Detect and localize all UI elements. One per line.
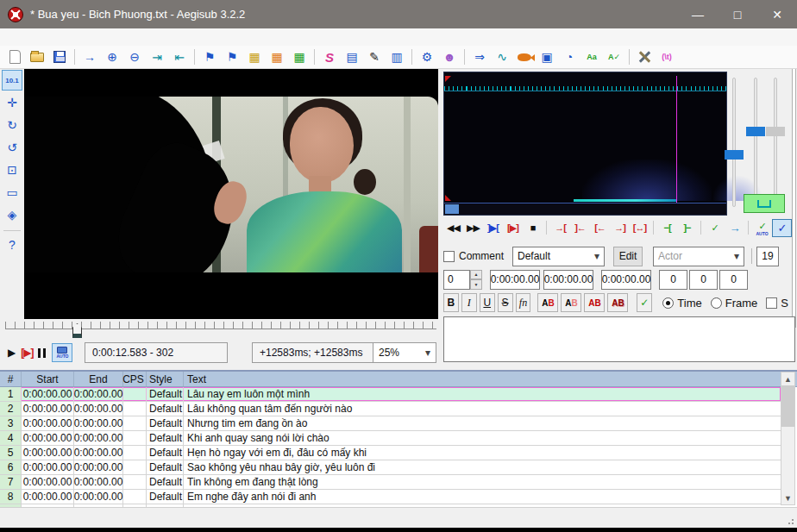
select-lines-icon[interactable]: ▣	[536, 47, 558, 67]
table-row[interactable]: 3 0:00:00.00 0:00:00.00 Default Nhưng ti…	[0, 416, 781, 431]
toolbar-separator[interactable]	[411, 49, 412, 65]
override-tag-icon[interactable]: (\t)	[656, 47, 678, 67]
audio-volume-slider[interactable]	[774, 78, 777, 207]
scroll-up-icon[interactable]: ▲	[781, 372, 794, 385]
resample-resolution-icon[interactable]: ∿	[491, 47, 513, 67]
margin-vertical-input[interactable]: 0	[719, 270, 748, 290]
time-radio[interactable]	[662, 297, 674, 309]
sub-end-to-video-icon[interactable]: ⇤	[168, 47, 191, 67]
menu-item[interactable]	[0, 36, 16, 38]
audio-button-separator[interactable]	[748, 221, 749, 235]
sub-start-to-video-icon[interactable]: ⇥	[146, 47, 168, 67]
audio-autoscroll-toggle[interactable]: ✓	[772, 219, 792, 237]
audio-button-separator[interactable]	[546, 221, 547, 235]
snap-end-to-video-icon[interactable]: ⚑	[221, 47, 243, 67]
table-row[interactable]: 2 0:00:00.00 0:00:00.00 Default Lâu khôn…	[0, 402, 781, 416]
menu-item[interactable]	[31, 36, 47, 38]
toolbar-separator[interactable]	[629, 49, 630, 65]
save-file-icon[interactable]	[48, 47, 71, 67]
audio-play-last-500ms-button[interactable]: →]	[610, 219, 630, 237]
toolbar-separator[interactable]	[464, 49, 465, 65]
toolbar-separator[interactable]	[194, 49, 195, 65]
audio-lead-in-button[interactable]: −[	[657, 219, 677, 237]
font-button[interactable]: fn	[516, 293, 531, 312]
video-tool-separator[interactable]	[3, 230, 21, 231]
audio-volume-thumb[interactable]	[766, 127, 785, 136]
layer-spinner[interactable]: ▲▼	[470, 270, 482, 290]
col-header-style[interactable]: Style	[147, 372, 184, 386]
kanji-timer-icon[interactable]	[513, 47, 536, 67]
menu-item[interactable]	[47, 36, 62, 38]
spin-up-icon[interactable]: ▲	[470, 270, 482, 280]
fonts-collector-icon[interactable]: ▥	[386, 47, 408, 67]
comment-checkbox[interactable]	[443, 251, 455, 262]
shadow-color-button[interactable]: AB	[607, 293, 628, 312]
video-play-button[interactable]: ▶	[5, 343, 18, 362]
audio-play-after-button[interactable]: ]←	[570, 219, 590, 237]
audio-scrollbar[interactable]	[444, 203, 726, 215]
show-original-checkbox[interactable]	[766, 297, 777, 309]
resize-grip[interactable]	[786, 516, 794, 525]
primary-color-button[interactable]: AB	[537, 293, 558, 312]
audio-button-separator[interactable]	[653, 221, 654, 235]
video-auto-seek-toggle[interactable]: AUTO	[52, 343, 72, 362]
properties-icon[interactable]: ▤	[341, 47, 363, 67]
styles-manager-icon[interactable]: S	[318, 47, 341, 67]
audio-stop-button[interactable]: ■	[523, 219, 543, 237]
audio-next-line-button[interactable]: ▶▶	[463, 219, 483, 237]
frame-radio[interactable]	[711, 297, 722, 309]
audio-spectrum-display[interactable]	[443, 72, 727, 216]
video-rotate-z-tool-icon[interactable]: ↻	[2, 115, 22, 135]
attachments-icon[interactable]: ✎	[363, 47, 386, 67]
commit-button[interactable]: ✓	[637, 293, 652, 312]
menu-item[interactable]	[93, 36, 109, 38]
video-rotate-xy-tool-icon[interactable]: ↺	[2, 137, 22, 158]
grid-scrollbar[interactable]: ▲ ▼	[781, 372, 795, 505]
toolbar-separator[interactable]	[314, 49, 315, 65]
timing-postprocessor-icon[interactable]: ◔	[558, 47, 580, 67]
table-row[interactable]: 4 0:00:00.00 0:00:00.00 Default Khi anh …	[0, 431, 781, 446]
snap-start-to-video-icon[interactable]: ⚑	[198, 47, 221, 67]
new-file-icon[interactable]	[3, 47, 26, 67]
margin-right-input[interactable]: 0	[689, 270, 718, 290]
table-row[interactable]: 1 0:00:00.00 0:00:00.00 Default Lâu nay …	[0, 387, 781, 402]
table-row[interactable]: 6 0:00:00.00 0:00:00.00 Default Sao khôn…	[0, 460, 781, 475]
audio-play-first-500ms-button[interactable]: [←	[590, 219, 610, 237]
audio-lead-out-button[interactable]: ]−	[677, 219, 697, 237]
table-row[interactable]: 8 0:00:00.00 0:00:00.00 Default Em nghe …	[0, 490, 781, 504]
audio-horizontal-zoom-slider[interactable]	[732, 78, 736, 207]
video-help-icon[interactable]: ?	[2, 235, 22, 255]
video-display[interactable]	[24, 69, 438, 319]
video-zoom-select[interactable]: 25% ▾	[373, 342, 436, 363]
italic-button[interactable]: I	[461, 293, 477, 312]
translation-assistant-icon[interactable]: Aa	[580, 47, 603, 67]
close-button[interactable]: ✕	[757, 0, 797, 28]
actor-combobox[interactable]: Actor ▾	[653, 247, 744, 266]
secondary-color-button[interactable]: AB	[561, 293, 581, 312]
video-seek-bar[interactable]	[5, 322, 436, 339]
menu-item[interactable]	[124, 36, 140, 38]
snap-to-scene-icon[interactable]: ▦	[243, 47, 266, 67]
audio-play-before-button[interactable]: →[	[550, 219, 570, 237]
audio-play-selection-button[interactable]: ]▶[	[483, 219, 503, 237]
video-play-line-button[interactable]: [▶]	[18, 343, 35, 362]
zoom-in-icon[interactable]: ⊕	[101, 47, 123, 67]
style-select[interactable]: Default ▾	[512, 247, 605, 266]
audio-button-separator[interactable]	[700, 221, 701, 235]
shift-to-frame-icon[interactable]: ▦	[266, 47, 288, 67]
end-time-input[interactable]: 0:00:00.00	[543, 270, 593, 290]
spell-checker-icon[interactable]: A✓	[603, 47, 625, 67]
subtitle-text-editor[interactable]	[443, 316, 795, 362]
col-header-text[interactable]: Text	[184, 372, 797, 386]
outline-color-button[interactable]: AB	[584, 293, 605, 312]
shift-times-icon[interactable]: ⇒	[468, 47, 491, 67]
audio-play-to-end-button[interactable]: [↔]	[630, 219, 650, 237]
minimize-button[interactable]: —	[678, 0, 718, 28]
layer-input[interactable]: 0	[443, 270, 470, 290]
table-row[interactable]: 7 0:00:00.00 0:00:00.00 Default Tin khôn…	[0, 475, 781, 490]
audio-horizontal-zoom-thumb[interactable]	[725, 150, 744, 160]
bold-button[interactable]: B	[443, 293, 459, 312]
audio-autocommit-toggle[interactable]: ✓ AUTO	[752, 219, 772, 237]
grid-scrollbar-thumb[interactable]	[781, 385, 794, 427]
video-pause-button[interactable]	[35, 343, 48, 362]
